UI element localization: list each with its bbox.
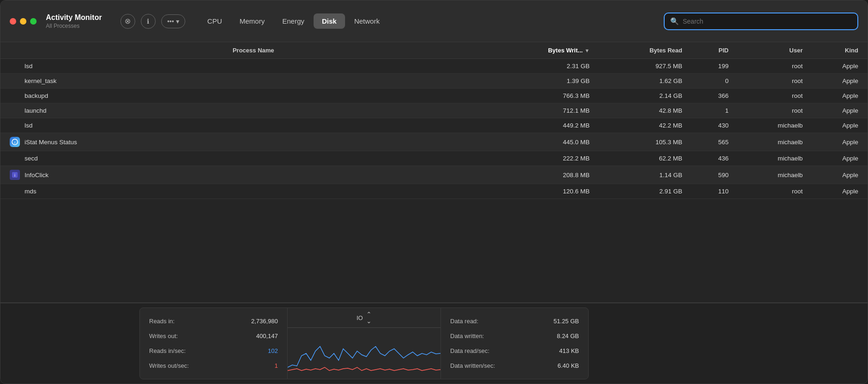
cell-bytes-read: 2.91 GB: [590, 188, 682, 195]
cell-user: michaelb: [729, 172, 803, 179]
tab-energy[interactable]: Energy: [274, 13, 313, 29]
process-name: lsd: [25, 122, 32, 129]
col-header-bytes-written[interactable]: Bytes Writ... ▼: [497, 47, 590, 54]
cell-user: root: [729, 92, 803, 99]
info-button[interactable]: ℹ: [141, 14, 156, 29]
cell-user: michaelb: [729, 122, 803, 129]
process-name: backupd: [25, 92, 48, 99]
process-icon: i: [10, 170, 20, 180]
reads-in-row: Reads in: 2,736,980: [149, 318, 278, 325]
writes-per-sec-value: 1: [275, 362, 278, 369]
titlebar: Activity Monitor All Processes ⊗ ℹ ••• ▾…: [0, 0, 868, 42]
stop-icon: ⊗: [125, 17, 131, 26]
chart-title: IO: [357, 314, 363, 321]
maximize-button[interactable]: [30, 18, 37, 25]
cell-pid: 199: [682, 63, 729, 70]
cell-name: launchd: [10, 107, 497, 114]
cell-pid: 590: [682, 172, 729, 179]
cell-bytes-written: 449.2 MB: [497, 122, 590, 129]
info-icon: ℹ: [147, 18, 149, 25]
table-row[interactable]: backupd 766.3 MB 2.14 GB 366 root Apple: [0, 89, 868, 103]
reads-per-sec-value: 102: [268, 347, 278, 354]
col-header-kind[interactable]: Kind: [803, 47, 858, 54]
cell-user: michaelb: [729, 139, 803, 146]
cell-pid: 436: [682, 155, 729, 162]
window-controls: [10, 18, 37, 25]
stop-button[interactable]: ⊗: [120, 14, 135, 29]
cell-bytes-written: 712.1 MB: [497, 107, 590, 114]
reads-per-sec-label: Reads in/sec:: [149, 347, 186, 354]
cell-bytes-written: 208.8 MB: [497, 172, 590, 179]
data-read-label: Data read:: [450, 318, 478, 325]
table-header: Process Name Bytes Writ... ▼ Bytes Read …: [0, 42, 868, 59]
chart-selector-icon[interactable]: ⌃⌄: [366, 311, 371, 325]
cell-bytes-written: 2.31 GB: [497, 63, 590, 70]
col-header-name[interactable]: Process Name: [10, 47, 497, 54]
writes-per-sec-label: Writes out/sec:: [149, 362, 189, 369]
table-row[interactable]: lsd 449.2 MB 42.2 MB 430 michaelb Apple: [0, 118, 868, 133]
data-written-sec-row: Data written/sec: 6.40 KB: [450, 362, 579, 369]
chevron-down-icon: ▾: [176, 18, 179, 25]
more-button[interactable]: ••• ▾: [161, 14, 185, 28]
data-read-sec-row: Data read/sec: 413 KB: [450, 347, 579, 354]
process-name: kernel_task: [25, 77, 57, 84]
cell-pid: 0: [682, 77, 729, 84]
reads-in-value: 2,736,980: [251, 318, 278, 325]
tab-network[interactable]: Network: [346, 13, 388, 29]
table-row[interactable]: launchd 712.1 MB 42.8 MB 1 root Apple: [0, 103, 868, 118]
data-written-row: Data written: 8.24 GB: [450, 333, 579, 339]
cell-name: backupd: [10, 92, 497, 99]
cell-kind: Apple: [803, 107, 858, 114]
table-row[interactable]: mds 120.6 MB 2.91 GB 110 root Apple: [0, 184, 868, 199]
svg-text:i: i: [14, 141, 15, 145]
app-title-section: Activity Monitor All Processes: [46, 13, 102, 29]
cell-bytes-read: 2.14 GB: [590, 92, 682, 99]
cell-bytes-read: 62.2 MB: [590, 155, 682, 162]
cell-bytes-written: 222.2 MB: [497, 155, 590, 162]
cell-kind: Apple: [803, 63, 858, 70]
cell-user: root: [729, 63, 803, 70]
table-row[interactable]: i iStat Menus Status 445.0 MB 105.3 MB 5…: [0, 133, 868, 151]
app-title: Activity Monitor: [46, 13, 102, 22]
tab-disk[interactable]: Disk: [314, 13, 345, 29]
table-row[interactable]: lsd 2.31 GB 927.5 MB 199 root Apple: [0, 59, 868, 74]
process-name: iStat Menus Status: [25, 139, 77, 146]
activity-monitor-window: Activity Monitor All Processes ⊗ ℹ ••• ▾…: [0, 0, 868, 384]
tab-memory[interactable]: Memory: [231, 13, 273, 29]
cell-pid: 430: [682, 122, 729, 129]
search-box[interactable]: 🔍: [664, 13, 858, 30]
col-header-pid[interactable]: PID: [682, 47, 729, 54]
table-row[interactable]: kernel_task 1.39 GB 1.62 GB 0 root Apple: [0, 74, 868, 89]
table-row[interactable]: i InfoClick 208.8 MB 1.14 GB 590 michael…: [0, 166, 868, 184]
cell-bytes-written: 120.6 MB: [497, 188, 590, 195]
cell-pid: 110: [682, 188, 729, 195]
table-body: lsd 2.31 GB 927.5 MB 199 root Apple kern…: [0, 59, 868, 302]
col-header-user[interactable]: User: [729, 47, 803, 54]
toolbar-controls: ⊗ ℹ ••• ▾: [120, 14, 185, 29]
table-row[interactable]: secd 222.2 MB 62.2 MB 436 michaelb Apple: [0, 151, 868, 166]
tab-cpu[interactable]: CPU: [199, 13, 231, 29]
reads-per-sec-row: Reads in/sec: 102: [149, 347, 278, 354]
reads-in-label: Reads in:: [149, 318, 175, 325]
search-input[interactable]: [683, 18, 852, 25]
stats-left: Reads in: 2,736,980 Writes out: 400,147 …: [139, 307, 288, 379]
app-subtitle: All Processes: [46, 23, 102, 29]
writes-per-sec-row: Writes out/sec: 1: [149, 362, 278, 369]
process-name: lsd: [25, 63, 32, 70]
col-header-bytes-read[interactable]: Bytes Read: [590, 47, 682, 54]
writes-out-row: Writes out: 400,147: [149, 333, 278, 339]
process-name: mds: [25, 188, 37, 195]
cell-pid: 1: [682, 107, 729, 114]
cell-bytes-read: 927.5 MB: [590, 63, 682, 70]
cell-kind: Apple: [803, 122, 858, 129]
cell-name: mds: [10, 188, 497, 195]
minimize-button[interactable]: [20, 18, 26, 25]
cell-user: root: [729, 107, 803, 114]
cell-bytes-read: 1.14 GB: [590, 172, 682, 179]
data-read-value: 51.25 GB: [554, 318, 579, 325]
process-name: secd: [25, 155, 38, 162]
close-button[interactable]: [10, 18, 16, 25]
cell-user: root: [729, 188, 803, 195]
chart-header: IO ⌃⌄: [288, 308, 440, 328]
more-icon: •••: [167, 18, 174, 25]
